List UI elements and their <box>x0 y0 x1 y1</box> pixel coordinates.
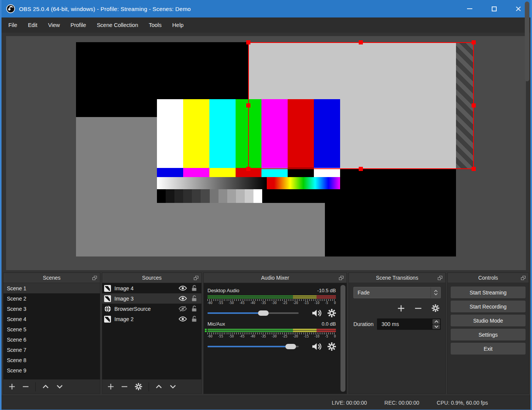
minimize-button[interactable] <box>458 0 482 17</box>
scene-list-item[interactable]: Scene 8 <box>3 355 100 365</box>
db-tick-label: -15 <box>304 301 309 305</box>
control-button[interactable]: Start Streaming <box>451 287 526 298</box>
resize-handle-bottom-left[interactable] <box>246 167 250 171</box>
control-button[interactable]: Studio Mode <box>451 315 526 326</box>
menu-item[interactable]: Edit <box>22 19 43 31</box>
unlock-icon[interactable] <box>190 306 198 312</box>
maximize-icon <box>492 6 497 11</box>
scene-transitions-header: Scene Transitions <box>349 273 445 283</box>
scene-canvas <box>76 42 456 256</box>
mixer-scrollbar[interactable] <box>340 285 345 392</box>
mic-aux-channel: Mic/Aux 0.0 dB -60-55-50-45-40-35-30-25-… <box>207 321 336 351</box>
visibility-eye-icon[interactable] <box>179 285 187 291</box>
scenes-scrollbar[interactable] <box>525 2 529 81</box>
add-transition-button[interactable] <box>397 305 405 312</box>
db-tick-label: -60 <box>207 335 212 338</box>
float-dock-icon[interactable] <box>438 276 442 280</box>
resize-handle-middle-left[interactable] <box>246 103 250 108</box>
visibility-eye-icon[interactable] <box>179 296 187 301</box>
audio-mixer-title: Audio Mixer <box>261 275 289 281</box>
scene-list-item[interactable]: Scene 6 <box>3 334 100 345</box>
db-tick-label: -45 <box>239 301 244 305</box>
resize-handle-middle-right[interactable] <box>472 103 476 108</box>
move-scene-down-button[interactable] <box>56 385 63 389</box>
speaker-icon[interactable] <box>312 309 322 317</box>
scene-list-item[interactable]: Scene 1 <box>3 283 100 293</box>
source-list-item[interactable]: Image 3 <box>102 293 201 304</box>
add-scene-button[interactable] <box>9 383 15 390</box>
visibility-eye-icon[interactable] <box>179 316 187 322</box>
source-list-item[interactable]: BrowserSource <box>102 304 201 314</box>
remove-source-button[interactable] <box>121 383 128 390</box>
menu-item[interactable]: Scene Collection <box>92 19 144 31</box>
scene-name: Scene 9 <box>7 367 26 374</box>
resize-handle-top-middle[interactable] <box>359 40 363 44</box>
scene-list-item[interactable]: Scene 5 <box>3 324 100 334</box>
volume-slider[interactable] <box>207 312 299 314</box>
scene-list-item[interactable]: Scene 7 <box>3 345 100 355</box>
float-dock-icon[interactable] <box>339 276 344 280</box>
duration-spinbox[interactable]: 300 ms <box>377 318 441 330</box>
combo-spinner-icon[interactable] <box>431 287 440 298</box>
float-dock-icon[interactable] <box>521 276 526 280</box>
maximize-button[interactable] <box>482 0 506 17</box>
scene-transitions-panel: Scene Transitions Fade <box>348 272 446 394</box>
volume-slider-handle[interactable] <box>258 310 269 316</box>
visibility-eye-slash-icon[interactable] <box>179 306 187 312</box>
duration-value: 300 ms <box>377 318 432 330</box>
resize-handle-top-left[interactable] <box>246 40 250 44</box>
control-button[interactable]: Start Recording <box>451 301 526 312</box>
resize-handle-bottom-right[interactable] <box>472 167 476 171</box>
source-list-item[interactable]: Image 2 <box>102 314 201 324</box>
close-icon: × <box>515 5 522 13</box>
scene-list-item[interactable]: Scene 9 <box>3 365 100 375</box>
speaker-icon[interactable] <box>312 342 322 351</box>
float-dock-icon[interactable] <box>92 276 97 280</box>
db-tick-label: -10 <box>315 301 320 305</box>
unlock-icon[interactable] <box>190 285 198 291</box>
volume-slider[interactable] <box>207 346 299 347</box>
menu-item[interactable]: Tools <box>143 19 167 31</box>
source-list-item[interactable]: Image 4 <box>102 283 201 293</box>
db-tick-label: -5 <box>325 335 328 338</box>
control-button[interactable]: Settings <box>451 329 526 340</box>
move-source-down-button[interactable] <box>169 385 176 389</box>
duration-decrement-button[interactable] <box>432 325 440 329</box>
unlock-icon[interactable] <box>190 316 198 322</box>
transition-select[interactable]: Fade <box>353 287 441 298</box>
menu-item[interactable]: Profile <box>65 19 92 31</box>
db-tick-label: -50 <box>229 301 234 305</box>
menu-item[interactable]: View <box>43 19 65 31</box>
volume-slider-handle[interactable] <box>285 344 296 349</box>
preview-area <box>6 36 526 270</box>
move-source-up-button[interactable] <box>155 385 162 389</box>
menu-bar: FileEditViewProfileScene CollectionTools… <box>2 17 530 33</box>
scene-list-item[interactable]: Scene 4 <box>3 314 100 324</box>
remove-transition-button[interactable] <box>415 305 422 312</box>
add-source-button[interactable] <box>108 383 114 390</box>
scene-list-item[interactable]: Scene 3 <box>3 304 100 314</box>
controls-title: Controls <box>478 275 498 281</box>
scene-list-item[interactable]: Scene 2 <box>3 293 100 304</box>
channel-settings-gear-icon[interactable] <box>328 342 336 351</box>
control-button[interactable]: Exit <box>451 343 526 355</box>
resize-handle-bottom-middle[interactable] <box>359 167 363 171</box>
menu-item[interactable]: Help <box>167 19 189 31</box>
unlock-icon[interactable] <box>190 295 198 302</box>
float-dock-icon[interactable] <box>194 276 198 280</box>
db-tick-label: -30 <box>272 301 277 305</box>
source-selection-box[interactable] <box>248 42 474 169</box>
resize-handle-top-right[interactable] <box>472 40 476 44</box>
remove-scene-button[interactable] <box>22 383 29 390</box>
source-properties-gear-icon[interactable] <box>135 383 142 390</box>
menu-item[interactable]: File <box>3 19 22 31</box>
sources-list: Image 4 <box>102 283 201 379</box>
scenes-panel: Scenes Scene 1Scene 2Scene 3Scene 4Scene… <box>3 272 100 394</box>
scene-name: Scene 6 <box>7 337 26 343</box>
duration-increment-button[interactable] <box>432 319 440 324</box>
move-scene-up-button[interactable] <box>42 385 49 389</box>
db-tick-label: -5 <box>325 301 328 305</box>
transition-properties-gear-icon[interactable] <box>432 304 439 312</box>
canvas-black-rect-bottom-right[interactable] <box>325 169 456 256</box>
channel-settings-gear-icon[interactable] <box>328 309 336 317</box>
